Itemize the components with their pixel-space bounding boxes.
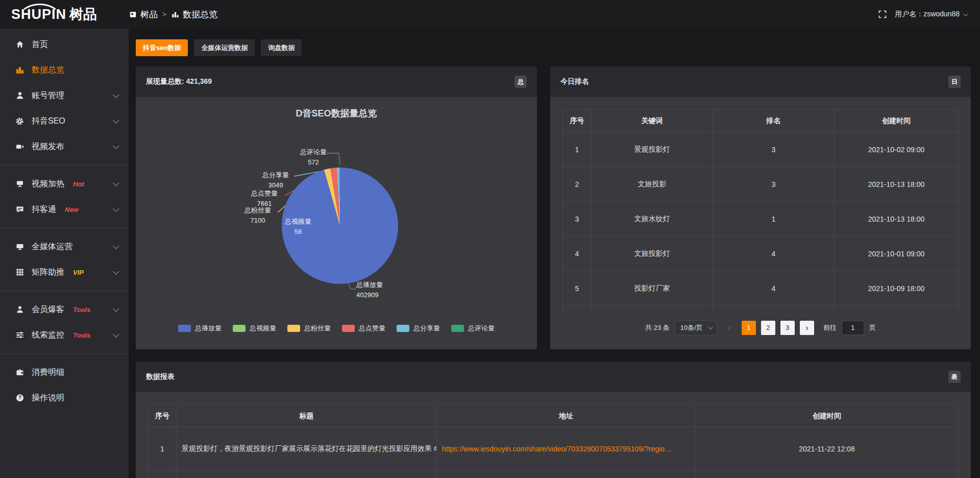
legend-item-likes[interactable]: 总点赞量 bbox=[342, 324, 385, 333]
tools-badge: Tools bbox=[73, 331, 90, 339]
sidebar-item-label: 线索监控 bbox=[32, 330, 64, 341]
tab-omni-media-data[interactable]: 全媒体运营数据 bbox=[194, 39, 255, 56]
goto-page-input[interactable] bbox=[842, 321, 864, 335]
hot-badge: Hot bbox=[73, 180, 84, 188]
sidebar-item-omni-media[interactable]: 全媒体运营 bbox=[0, 234, 129, 259]
chart-panel-header: 展现量总数: 421,369 总 bbox=[136, 66, 537, 97]
sidebar: 首页 数据总览 账号管理 抖音SEO 视频发布 bbox=[0, 29, 129, 478]
impressions-total-label: 展现量总数: 421,369 bbox=[146, 77, 212, 86]
sidebar-item-label: 矩阵助推 bbox=[32, 267, 64, 278]
tab-inquiry-data[interactable]: 询盘数据 bbox=[261, 39, 302, 56]
sidebar-item-matrix-boost[interactable]: 矩阵助推 VIP bbox=[0, 259, 129, 285]
legend-swatch bbox=[178, 325, 191, 332]
chart-panel: 展现量总数: 421,369 总 D音SEO数据量总览 总评论量572 bbox=[136, 66, 537, 349]
report-row-link[interactable]: https://www.iesdouyin.com/share/video/70… bbox=[437, 427, 696, 471]
next-page-button[interactable]: › bbox=[800, 321, 814, 335]
goto-suffix: 页 bbox=[869, 323, 876, 332]
table-header-row: 序号 关键词 排名 创建时间 bbox=[563, 110, 959, 132]
legend-swatch bbox=[342, 325, 355, 332]
pie-chart-area: D音SEO数据量总览 总评论量572 总分享量3049 bbox=[136, 97, 537, 349]
legend-item-shares[interactable]: 总分享量 bbox=[397, 324, 440, 333]
day-badge-button[interactable]: 日 bbox=[948, 76, 961, 88]
username-label: 用户名：zswodun88 bbox=[895, 10, 960, 19]
sidebar-divider bbox=[0, 291, 129, 291]
chevron-down-icon bbox=[113, 117, 119, 124]
legend-item-plays[interactable]: 总播放量 bbox=[178, 324, 222, 333]
sidebar-divider bbox=[0, 228, 129, 228]
legend-swatch bbox=[233, 325, 246, 332]
ranking-title: 今日排名 bbox=[560, 77, 589, 86]
report-panel-header: 数据报表 表 bbox=[136, 362, 971, 392]
table-row: 4 文旅投影灯 4 2021-10-01 09:00 bbox=[563, 236, 959, 271]
ranking-panel: 今日排名 日 序号 关键词 排名 创建时间 1 景 bbox=[550, 66, 971, 349]
chevron-down-icon bbox=[113, 180, 119, 186]
vip-badge: VIP bbox=[73, 269, 84, 276]
member-icon bbox=[15, 305, 24, 314]
breadcrumb-current-label: 数据总览 bbox=[183, 9, 217, 20]
sidebar-divider bbox=[0, 353, 129, 354]
report-panel: 数据报表 表 序号 标题 地址 创建时间 1 景观投影灯，夜游景观投影灯厂家展示… bbox=[136, 362, 971, 478]
gear-icon bbox=[15, 117, 24, 126]
app-root: SHUPIN 树品 树品 > 数据总览 bbox=[0, 0, 980, 478]
chevron-down-icon bbox=[113, 205, 119, 212]
legend-item-videos[interactable]: 总视频量 bbox=[233, 324, 276, 333]
legend-item-comments[interactable]: 总评论量 bbox=[451, 324, 495, 333]
sidebar-item-douketong[interactable]: 抖客通 New bbox=[0, 197, 129, 222]
user-menu[interactable]: 用户名：zswodun88 bbox=[895, 10, 967, 19]
total-badge-button[interactable]: 总 bbox=[514, 76, 527, 88]
sidebar-item-lead-monitor[interactable]: 线索监控 Tools bbox=[0, 322, 129, 348]
table-badge-button[interactable]: 表 bbox=[948, 371, 961, 383]
chart-legend: 总播放量 总视频量 总粉丝量 总点赞量 bbox=[136, 324, 537, 333]
page-size-select[interactable]: 10条/页 bbox=[675, 320, 717, 336]
fullscreen-icon[interactable] bbox=[878, 10, 887, 19]
page-button-3[interactable]: 3 bbox=[780, 321, 795, 335]
sidebar-item-label: 操作说明 bbox=[32, 393, 64, 403]
sidebar-item-video-publish[interactable]: 视频发布 bbox=[0, 134, 129, 159]
table-row: 1 景观投影灯，夜游景观投影灯厂家展示展示落花灯在花园里的灯光投影应用效果 # … bbox=[149, 427, 959, 471]
legend-item-fans[interactable]: 总粉丝量 bbox=[287, 324, 331, 333]
sidebar-item-member-burst[interactable]: 会员爆客 Tools bbox=[0, 297, 129, 322]
breadcrumb-root[interactable]: 树品 bbox=[129, 9, 158, 20]
screen-icon bbox=[15, 180, 24, 188]
tab-douyin-seo-data[interactable]: 抖音seo数据 bbox=[136, 39, 188, 56]
legend-swatch bbox=[397, 325, 409, 332]
sliders-icon bbox=[15, 331, 24, 340]
breadcrumb: 树品 > 数据总览 bbox=[129, 9, 217, 20]
sidebar-item-douyin-seo[interactable]: 抖音SEO bbox=[0, 108, 129, 134]
table-row: 1 景观投影灯 3 2021-10-02 09:00 bbox=[563, 132, 959, 167]
bar-chart-icon bbox=[171, 10, 180, 19]
sidebar-item-help[interactable]: ? 操作说明 bbox=[0, 385, 129, 411]
legend-swatch bbox=[287, 325, 300, 332]
wallet-icon bbox=[15, 368, 24, 377]
svg-text:?: ? bbox=[18, 395, 21, 400]
question-icon: ? bbox=[15, 394, 24, 402]
tools-badge: Tools bbox=[73, 306, 90, 314]
sidebar-item-label: 视频加热 bbox=[32, 179, 64, 189]
page-button-2[interactable]: 2 bbox=[761, 321, 775, 335]
app-logo: SHUPIN 树品 bbox=[0, 8, 129, 21]
data-tabs: 抖音seo数据 全媒体运营数据 询盘数据 bbox=[136, 39, 971, 56]
pie-label-plays: 总播放量402909 bbox=[356, 280, 383, 300]
sidebar-item-label: 数据总览 bbox=[32, 65, 64, 76]
table-row-partial bbox=[563, 306, 959, 313]
breadcrumb-root-label: 树品 bbox=[140, 9, 158, 20]
breadcrumb-current[interactable]: 数据总览 bbox=[171, 9, 217, 20]
ranking-table: 序号 关键词 排名 创建时间 1 景观投影灯 3 2021-10-02 09:0… bbox=[562, 109, 959, 313]
chevron-down-icon bbox=[113, 268, 119, 275]
new-badge: New bbox=[65, 206, 79, 213]
grid-icon bbox=[15, 268, 24, 277]
report-row-title: 景观投影灯，夜游景观投影灯厂家展示展示落花灯在花园里的灯光投影应用效果 # bbox=[177, 427, 437, 471]
sidebar-item-label: 抖客通 bbox=[32, 204, 56, 215]
prev-page-button[interactable]: ‹ bbox=[722, 321, 737, 335]
chevron-down-icon bbox=[113, 331, 119, 338]
video-camera-icon bbox=[15, 142, 24, 151]
sidebar-item-home[interactable]: 首页 bbox=[0, 32, 129, 57]
sidebar-item-video-heat[interactable]: 视频加热 Hot bbox=[0, 171, 129, 197]
chevron-down-icon bbox=[113, 305, 119, 312]
sidebar-item-spend-detail[interactable]: 消费明细 bbox=[0, 360, 129, 385]
sidebar-item-data-overview[interactable]: 数据总览 bbox=[0, 57, 129, 83]
sidebar-item-account[interactable]: 账号管理 bbox=[0, 83, 129, 108]
pagination-total: 共 23 条 bbox=[645, 323, 670, 332]
page-button-1[interactable]: 1 bbox=[742, 321, 756, 335]
pie-label-comments: 总评论量572 bbox=[300, 147, 327, 168]
